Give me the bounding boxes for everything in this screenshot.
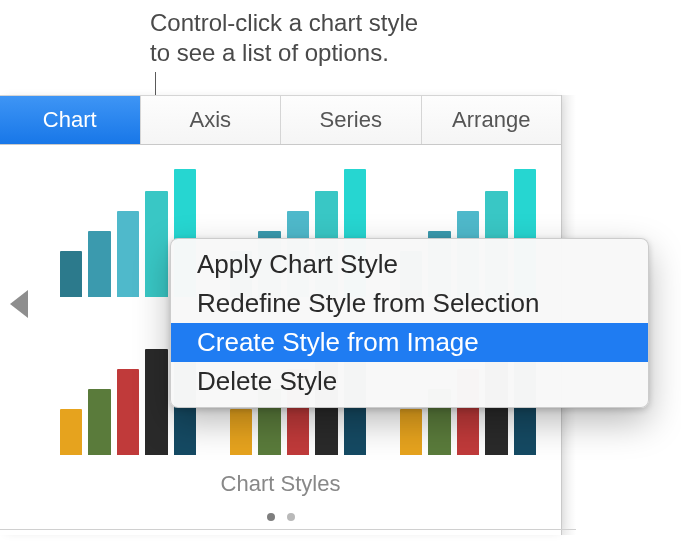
thumbnail-bar [60,251,82,297]
thumbnail-bar [88,389,110,455]
thumbnail-bar [60,409,82,455]
page-dot[interactable] [287,513,295,521]
thumbnail-bar [117,369,139,455]
thumbnail-bar [117,211,139,297]
tab-label: Axis [189,107,231,133]
menu-item[interactable]: Redefine Style from Selection [171,284,648,323]
thumbnail-bar [88,231,110,297]
tab-label: Chart [43,107,97,133]
thumbnail-bar [400,409,422,455]
menu-item[interactable]: Apply Chart Style [171,245,648,284]
tab-label: Arrange [452,107,530,133]
prev-styles-chevron-icon[interactable] [10,290,28,318]
page-dots [0,513,561,521]
inspector-tabs: Chart Axis Series Arrange [0,95,561,145]
context-menu: Apply Chart StyleRedefine Style from Sel… [170,238,649,408]
section-label: Chart Styles [0,471,561,497]
tab-chart[interactable]: Chart [0,96,141,144]
thumbnail-bar [230,409,252,455]
bottom-separator [0,529,576,530]
menu-item[interactable]: Delete Style [171,362,648,401]
tab-arrange[interactable]: Arrange [422,96,562,144]
page-dot[interactable] [267,513,275,521]
thumbnail-bar [145,349,167,455]
tab-axis[interactable]: Axis [141,96,282,144]
tab-label: Series [320,107,382,133]
menu-item[interactable]: Create Style from Image [171,323,648,362]
callout-text: Control-click a chart styleto see a list… [150,8,418,68]
tab-series[interactable]: Series [281,96,422,144]
thumbnail-bar [145,191,167,297]
